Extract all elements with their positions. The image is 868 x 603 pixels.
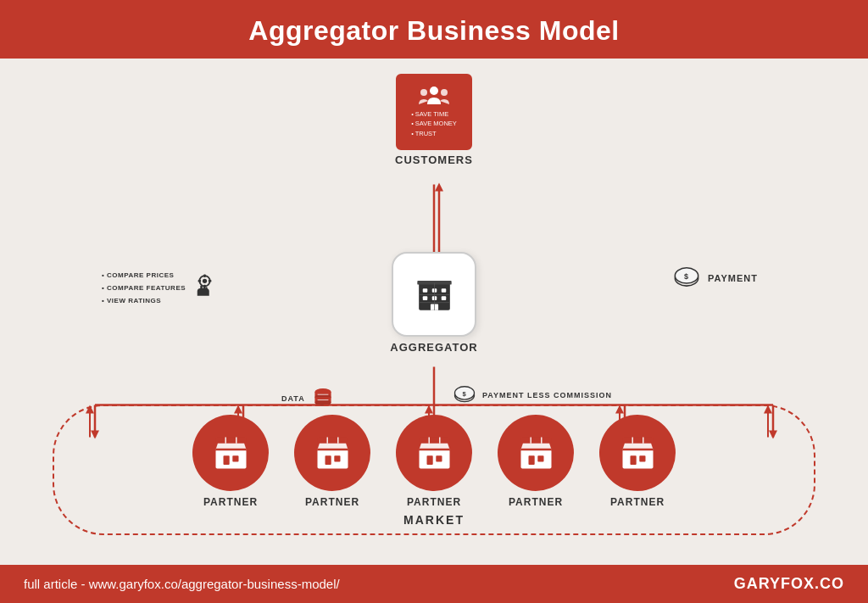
svg-rect-84 [520, 437, 551, 443]
svg-rect-72 [317, 437, 348, 443]
customers-icon-box: • SAVE TIME • SAVE MONEY • TRUST [396, 74, 472, 150]
store-icon-4 [517, 434, 555, 472]
customers-label: CUSTOMERS [387, 154, 481, 166]
partner-circle-1 [192, 415, 269, 491]
store-icon-2 [314, 434, 352, 472]
svg-rect-69 [317, 449, 348, 469]
people-icon [417, 86, 451, 109]
market-label: MARKET [403, 513, 465, 527]
header-title: Aggregator Business Model [248, 15, 619, 46]
footer-brand: GARYFOX.CO [734, 575, 844, 593]
market-container: PARTNER [53, 405, 815, 535]
svg-rect-76 [426, 455, 432, 465]
svg-text:$: $ [684, 272, 689, 281]
svg-rect-31 [203, 274, 206, 277]
svg-rect-43 [422, 288, 427, 293]
svg-rect-89 [639, 455, 645, 461]
svg-rect-83 [537, 455, 543, 461]
svg-rect-65 [232, 455, 238, 461]
gear-hand-icon [190, 271, 220, 300]
svg-rect-75 [419, 449, 449, 469]
svg-rect-66 [215, 437, 246, 443]
partner-circle-3 [396, 415, 472, 491]
svg-rect-88 [630, 455, 636, 465]
footer: full article - www.garyfox.co/aggregator… [0, 565, 868, 603]
data-label: DATA [281, 394, 305, 403]
store-icon-1 [212, 434, 250, 472]
plc-label: PAYMENT LESS COMMISSION [482, 391, 612, 399]
aggregator-label: AGGREGATOR [383, 341, 485, 354]
partner-label-5: PARTNER [610, 496, 665, 508]
svg-rect-33 [198, 280, 202, 282]
partner-circle-4 [498, 415, 574, 491]
partner-1: PARTNER [192, 415, 269, 508]
svg-rect-82 [528, 455, 534, 465]
svg-rect-35 [200, 286, 203, 290]
svg-rect-46 [422, 296, 427, 300]
partner-3: PARTNER [396, 415, 472, 508]
store-icon-5 [619, 434, 657, 472]
store-icon-3 [415, 434, 453, 472]
footer-article-link: full article - www.garyfox.co/aggregator… [24, 577, 340, 591]
building-icon [411, 271, 458, 318]
partner-circle-2 [294, 415, 370, 491]
partner-circle-5 [599, 415, 676, 491]
partner-label-2: PARTNER [305, 496, 359, 508]
svg-text:$: $ [463, 390, 467, 398]
svg-rect-45 [441, 288, 446, 293]
svg-rect-90 [622, 437, 653, 443]
plc-money-icon: $ [451, 385, 478, 405]
partner-label-1: PARTNER [203, 496, 258, 508]
svg-rect-64 [223, 455, 229, 465]
svg-rect-36 [203, 286, 205, 289]
right-annotation: $ PAYMENT [670, 266, 758, 290]
partner-5: PARTNER [599, 415, 676, 508]
partner-label-3: PARTNER [407, 496, 461, 508]
svg-rect-37 [205, 287, 207, 290]
plc-annotation: $ PAYMENT LESS COMMISSION [451, 385, 612, 405]
partners-row: PARTNER [192, 415, 676, 508]
svg-point-26 [430, 87, 438, 95]
svg-rect-34 [209, 280, 212, 282]
payment-icon: $ [670, 266, 703, 290]
svg-rect-81 [520, 449, 551, 469]
left-annotation: • COMPARE PRICES • COMPARE FEATURES • VI… [102, 269, 220, 308]
customers-box: • SAVE TIME • SAVE MONEY • TRUST CUSTOME… [387, 74, 481, 166]
diagram: • SAVE TIME • SAVE MONEY • TRUST CUSTOME… [0, 59, 868, 565]
main-content: • SAVE TIME • SAVE MONEY • TRUST CUSTOME… [0, 59, 868, 565]
aggregator-icon-box [392, 252, 476, 337]
svg-rect-70 [325, 455, 331, 465]
svg-rect-48 [441, 296, 446, 300]
svg-marker-3 [435, 183, 443, 192]
svg-rect-63 [215, 449, 246, 469]
aggregator-box: AGGREGATOR [383, 252, 485, 354]
svg-point-27 [420, 89, 427, 96]
svg-rect-71 [334, 455, 340, 461]
svg-point-30 [203, 279, 207, 283]
customers-bullets: • SAVE TIME • SAVE MONEY • TRUST [411, 109, 457, 138]
partner-4: PARTNER [498, 415, 574, 508]
annotation-text: • COMPARE PRICES • COMPARE FEATURES • VI… [102, 269, 186, 308]
payment-label: PAYMENT [708, 273, 758, 283]
svg-rect-87 [622, 449, 653, 469]
svg-rect-77 [436, 455, 442, 461]
svg-rect-78 [419, 437, 449, 443]
header: Aggregator Business Model [0, 0, 868, 59]
svg-point-28 [441, 89, 448, 96]
partner-label-4: PARTNER [509, 496, 563, 508]
partner-2: PARTNER [294, 415, 370, 508]
